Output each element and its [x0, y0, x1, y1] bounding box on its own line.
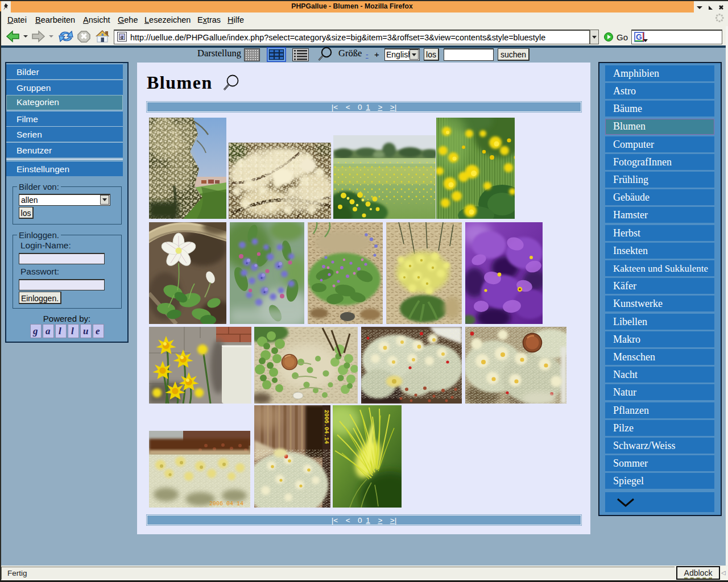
svg-text:2006 04 14: 2006 04 14	[209, 501, 243, 507]
svg-text:u: u	[83, 326, 88, 336]
svg-text:l: l	[71, 326, 74, 336]
svg-text:l: l	[59, 326, 61, 336]
svg-text:e: e	[96, 326, 100, 336]
svg-text:G: G	[636, 32, 642, 41]
svg-text:2006.04.14: 2006.04.14	[323, 410, 329, 444]
svg-text:g: g	[32, 326, 38, 336]
svg-text:a: a	[46, 326, 51, 336]
